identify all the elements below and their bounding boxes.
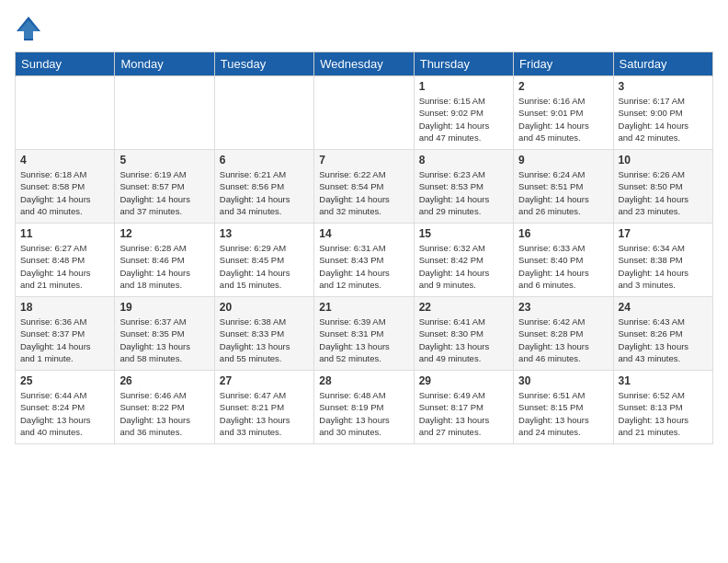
calendar-cell: 3Sunrise: 6:17 AM Sunset: 9:00 PM Daylig… bbox=[613, 76, 712, 150]
day-number: 9 bbox=[518, 154, 608, 167]
day-number: 7 bbox=[319, 154, 408, 167]
day-number: 31 bbox=[619, 374, 708, 387]
calendar-cell: 7Sunrise: 6:22 AM Sunset: 8:54 PM Daylig… bbox=[314, 150, 414, 224]
day-number: 20 bbox=[220, 301, 309, 314]
logo-icon bbox=[15, 15, 42, 42]
day-info: Sunrise: 6:51 AM Sunset: 8:15 PM Dayligh… bbox=[518, 389, 608, 438]
day-info: Sunrise: 6:28 AM Sunset: 8:46 PM Dayligh… bbox=[119, 242, 209, 291]
calendar-cell: 17Sunrise: 6:34 AM Sunset: 8:38 PM Dayli… bbox=[613, 224, 712, 297]
day-number: 21 bbox=[319, 301, 408, 314]
calendar-cell bbox=[214, 76, 313, 150]
day-info: Sunrise: 6:37 AM Sunset: 8:35 PM Dayligh… bbox=[119, 316, 209, 364]
day-number: 26 bbox=[119, 374, 209, 387]
day-info: Sunrise: 6:22 AM Sunset: 8:54 PM Dayligh… bbox=[319, 168, 408, 217]
calendar-week-2: 4Sunrise: 6:18 AM Sunset: 8:58 PM Daylig… bbox=[16, 150, 713, 224]
day-info: Sunrise: 6:38 AM Sunset: 8:33 PM Dayligh… bbox=[220, 316, 309, 364]
calendar-week-1: 1Sunrise: 6:15 AM Sunset: 9:02 PM Daylig… bbox=[16, 76, 713, 150]
day-number: 14 bbox=[319, 227, 408, 240]
calendar-cell: 28Sunrise: 6:48 AM Sunset: 8:19 PM Dayli… bbox=[314, 371, 414, 444]
calendar-cell: 18Sunrise: 6:36 AM Sunset: 8:37 PM Dayli… bbox=[16, 297, 115, 371]
calendar-cell: 12Sunrise: 6:28 AM Sunset: 8:46 PM Dayli… bbox=[115, 224, 214, 297]
calendar-cell: 22Sunrise: 6:41 AM Sunset: 8:30 PM Dayli… bbox=[414, 297, 513, 371]
day-number: 30 bbox=[518, 374, 608, 387]
day-number: 18 bbox=[20, 301, 109, 314]
day-number: 22 bbox=[419, 301, 508, 314]
calendar-cell: 27Sunrise: 6:47 AM Sunset: 8:21 PM Dayli… bbox=[214, 371, 313, 444]
day-info: Sunrise: 6:34 AM Sunset: 8:38 PM Dayligh… bbox=[619, 242, 708, 291]
calendar-cell bbox=[314, 76, 414, 150]
calendar-cell: 5Sunrise: 6:19 AM Sunset: 8:57 PM Daylig… bbox=[115, 150, 214, 224]
day-number: 6 bbox=[220, 154, 309, 167]
day-number: 2 bbox=[518, 80, 608, 93]
header bbox=[15, 15, 713, 42]
calendar-cell bbox=[16, 76, 115, 150]
calendar-cell: 21Sunrise: 6:39 AM Sunset: 8:31 PM Dayli… bbox=[314, 297, 414, 371]
day-number: 4 bbox=[20, 154, 109, 167]
calendar-cell: 25Sunrise: 6:44 AM Sunset: 8:24 PM Dayli… bbox=[16, 371, 115, 444]
calendar-cell: 19Sunrise: 6:37 AM Sunset: 8:35 PM Dayli… bbox=[115, 297, 214, 371]
calendar-cell bbox=[115, 76, 214, 150]
day-info: Sunrise: 6:43 AM Sunset: 8:26 PM Dayligh… bbox=[619, 316, 708, 364]
day-info: Sunrise: 6:17 AM Sunset: 9:00 PM Dayligh… bbox=[619, 95, 708, 144]
calendar-cell: 31Sunrise: 6:52 AM Sunset: 8:13 PM Dayli… bbox=[613, 371, 712, 444]
weekday-header-thursday: Thursday bbox=[414, 52, 513, 76]
calendar-week-3: 11Sunrise: 6:27 AM Sunset: 8:48 PM Dayli… bbox=[16, 224, 713, 297]
calendar-cell: 11Sunrise: 6:27 AM Sunset: 8:48 PM Dayli… bbox=[16, 224, 115, 297]
day-info: Sunrise: 6:46 AM Sunset: 8:22 PM Dayligh… bbox=[119, 389, 209, 438]
day-info: Sunrise: 6:26 AM Sunset: 8:50 PM Dayligh… bbox=[619, 168, 708, 217]
calendar-cell: 1Sunrise: 6:15 AM Sunset: 9:02 PM Daylig… bbox=[414, 76, 513, 150]
day-number: 17 bbox=[619, 227, 708, 240]
day-number: 28 bbox=[319, 374, 408, 387]
day-info: Sunrise: 6:15 AM Sunset: 9:02 PM Dayligh… bbox=[419, 95, 508, 144]
weekday-header-monday: Monday bbox=[115, 52, 214, 76]
page: SundayMondayTuesdayWednesdayThursdayFrid… bbox=[0, 0, 728, 563]
day-number: 29 bbox=[419, 374, 508, 387]
day-number: 25 bbox=[20, 374, 109, 387]
calendar-week-4: 18Sunrise: 6:36 AM Sunset: 8:37 PM Dayli… bbox=[16, 297, 713, 371]
day-info: Sunrise: 6:49 AM Sunset: 8:17 PM Dayligh… bbox=[419, 389, 508, 438]
calendar-cell: 13Sunrise: 6:29 AM Sunset: 8:45 PM Dayli… bbox=[214, 224, 313, 297]
calendar-cell: 29Sunrise: 6:49 AM Sunset: 8:17 PM Dayli… bbox=[414, 371, 513, 444]
day-info: Sunrise: 6:33 AM Sunset: 8:40 PM Dayligh… bbox=[518, 242, 608, 291]
calendar-table: SundayMondayTuesdayWednesdayThursdayFrid… bbox=[15, 52, 713, 444]
day-info: Sunrise: 6:21 AM Sunset: 8:56 PM Dayligh… bbox=[220, 168, 309, 217]
calendar-cell: 16Sunrise: 6:33 AM Sunset: 8:40 PM Dayli… bbox=[514, 224, 613, 297]
day-info: Sunrise: 6:27 AM Sunset: 8:48 PM Dayligh… bbox=[20, 242, 109, 291]
day-number: 15 bbox=[419, 227, 508, 240]
day-number: 24 bbox=[619, 301, 708, 314]
weekday-header-row: SundayMondayTuesdayWednesdayThursdayFrid… bbox=[16, 52, 713, 76]
day-info: Sunrise: 6:42 AM Sunset: 8:28 PM Dayligh… bbox=[518, 316, 608, 364]
day-number: 1 bbox=[419, 80, 508, 93]
calendar-cell: 6Sunrise: 6:21 AM Sunset: 8:56 PM Daylig… bbox=[214, 150, 313, 224]
day-number: 27 bbox=[220, 374, 309, 387]
day-info: Sunrise: 6:18 AM Sunset: 8:58 PM Dayligh… bbox=[20, 168, 109, 217]
day-number: 23 bbox=[518, 301, 608, 314]
day-number: 5 bbox=[119, 154, 209, 167]
calendar-cell: 10Sunrise: 6:26 AM Sunset: 8:50 PM Dayli… bbox=[613, 150, 712, 224]
day-number: 12 bbox=[119, 227, 209, 240]
weekday-header-tuesday: Tuesday bbox=[214, 52, 313, 76]
day-info: Sunrise: 6:36 AM Sunset: 8:37 PM Dayligh… bbox=[20, 316, 109, 364]
day-number: 3 bbox=[619, 80, 708, 93]
calendar-cell: 8Sunrise: 6:23 AM Sunset: 8:53 PM Daylig… bbox=[414, 150, 513, 224]
day-info: Sunrise: 6:41 AM Sunset: 8:30 PM Dayligh… bbox=[419, 316, 508, 364]
calendar-cell: 20Sunrise: 6:38 AM Sunset: 8:33 PM Dayli… bbox=[214, 297, 313, 371]
day-number: 19 bbox=[119, 301, 209, 314]
calendar-cell: 2Sunrise: 6:16 AM Sunset: 9:01 PM Daylig… bbox=[514, 76, 613, 150]
day-info: Sunrise: 6:47 AM Sunset: 8:21 PM Dayligh… bbox=[220, 389, 309, 438]
weekday-header-sunday: Sunday bbox=[16, 52, 115, 76]
day-info: Sunrise: 6:31 AM Sunset: 8:43 PM Dayligh… bbox=[319, 242, 408, 291]
day-info: Sunrise: 6:16 AM Sunset: 9:01 PM Dayligh… bbox=[518, 95, 608, 144]
calendar-cell: 9Sunrise: 6:24 AM Sunset: 8:51 PM Daylig… bbox=[514, 150, 613, 224]
day-number: 8 bbox=[419, 154, 508, 167]
day-number: 13 bbox=[220, 227, 309, 240]
day-number: 16 bbox=[518, 227, 608, 240]
day-info: Sunrise: 6:48 AM Sunset: 8:19 PM Dayligh… bbox=[319, 389, 408, 438]
calendar-cell: 23Sunrise: 6:42 AM Sunset: 8:28 PM Dayli… bbox=[514, 297, 613, 371]
calendar-cell: 15Sunrise: 6:32 AM Sunset: 8:42 PM Dayli… bbox=[414, 224, 513, 297]
svg-marker-1 bbox=[18, 20, 39, 39]
day-info: Sunrise: 6:44 AM Sunset: 8:24 PM Dayligh… bbox=[20, 389, 109, 438]
calendar-cell: 4Sunrise: 6:18 AM Sunset: 8:58 PM Daylig… bbox=[16, 150, 115, 224]
logo bbox=[15, 15, 46, 42]
weekday-header-saturday: Saturday bbox=[613, 52, 712, 76]
